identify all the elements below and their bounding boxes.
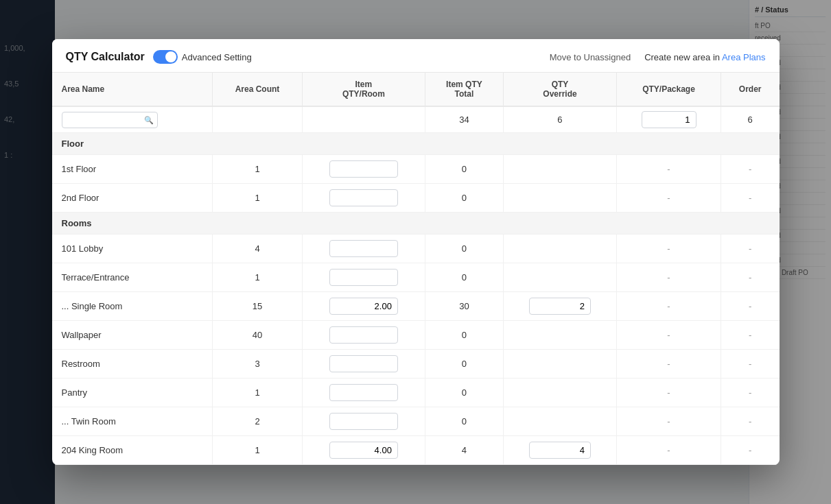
qty-override-101-lobby [503, 235, 617, 263]
qty-input-101-lobby[interactable] [329, 240, 398, 257]
qty-package-204-king-room: - [617, 436, 721, 465]
area-name-2nd-floor: 2nd Floor [52, 184, 213, 213]
col-header-order: Order [721, 73, 779, 106]
area-count-wallpaper: 40 [213, 321, 302, 350]
area-count-1st-floor: 1 [213, 155, 302, 184]
summary-item-qty-room [302, 106, 425, 133]
summary-item-qty-total: 34 [425, 106, 504, 133]
qty-package-single-room: - [617, 292, 721, 321]
search-input-wrapper: 🔍 [62, 112, 158, 128]
area-count-2nd-floor: 1 [213, 184, 302, 213]
table-header-row: Area Name Area Count ItemQTY/Room Item Q… [52, 73, 780, 106]
area-name-terrace: Terrace/Entrance [52, 263, 213, 292]
area-plans-link[interactable]: Area Plans [722, 52, 766, 62]
table-row: 1st Floor 1 0 - - [52, 155, 780, 184]
table-row: 101 Lobby 4 0 - - [52, 235, 780, 263]
item-qty-total-wallpaper: 0 [425, 321, 504, 350]
area-count-204-king-room: 1 [213, 436, 302, 465]
summary-package-input[interactable] [642, 111, 697, 128]
qty-input-2nd-floor[interactable] [329, 189, 398, 206]
item-qty-total-2nd-floor: 0 [425, 184, 504, 213]
order-restroom: - [721, 350, 779, 379]
qty-package-terrace: - [617, 263, 721, 292]
item-qty-total-terrace: 0 [425, 263, 504, 292]
override-input-204-king-room[interactable] [529, 442, 591, 459]
item-qty-room-twin-room [302, 407, 425, 436]
item-qty-total-101-lobby: 0 [425, 235, 504, 263]
col-header-item-qty-total: Item QTYTotal [425, 73, 504, 106]
order-204-king-room: - [721, 436, 779, 465]
summary-qty-package [617, 106, 721, 133]
area-count-terrace: 1 [213, 263, 302, 292]
order-single-room: - [721, 292, 779, 321]
table-row: ... Twin Room 2 0 - - [52, 407, 780, 436]
col-header-item-qty-room: ItemQTY/Room [302, 73, 425, 106]
table-row: Restroom 3 0 - - [52, 350, 780, 379]
qty-package-101-lobby: - [617, 235, 721, 263]
section-header-floor: Floor [52, 133, 780, 155]
qty-input-wallpaper[interactable] [329, 326, 398, 344]
item-qty-room-204-king-room [302, 436, 425, 465]
advanced-setting-toggle-container: Advanced Setting [153, 50, 252, 64]
item-qty-total-single-room: 30 [425, 292, 504, 321]
area-name-twin-room: ... Twin Room [52, 407, 213, 436]
item-qty-room-1st-floor [302, 155, 425, 184]
qty-input-terrace[interactable] [329, 269, 398, 286]
area-count-twin-room: 2 [213, 407, 302, 436]
area-name-204-king-room: 204 King Room [52, 436, 213, 465]
order-pantry: - [721, 379, 779, 407]
qty-override-2nd-floor [503, 184, 617, 213]
table-row: 204 King Room 1 4 - - [52, 436, 780, 465]
table-row: Pantry 1 0 - - [52, 379, 780, 407]
qty-override-restroom [503, 350, 617, 379]
area-name-pantry: Pantry [52, 379, 213, 407]
qty-override-single-room [503, 292, 617, 321]
qty-input-204-king-room[interactable] [329, 442, 398, 459]
item-qty-total-pantry: 0 [425, 379, 504, 407]
table-container: Area Name Area Count ItemQTY/Room Item Q… [52, 73, 780, 465]
qty-override-terrace [503, 263, 617, 292]
search-row: 🔍 34 6 6 [52, 106, 780, 133]
area-count-restroom: 3 [213, 350, 302, 379]
qty-package-restroom: - [617, 350, 721, 379]
summary-order: 6 [721, 106, 779, 133]
search-input[interactable] [62, 112, 158, 128]
search-cell: 🔍 [52, 106, 213, 133]
col-header-area-count: Area Count [213, 73, 302, 106]
advanced-setting-toggle[interactable] [153, 50, 178, 64]
modal-overlay: QTY Calculator Advanced Setting Move to … [0, 0, 831, 504]
create-area-text: Create new area in Area Plans [644, 52, 765, 62]
qty-input-single-room[interactable] [329, 298, 398, 315]
section-header-rooms: Rooms [52, 213, 780, 235]
order-2nd-floor: - [721, 184, 779, 213]
qty-input-pantry[interactable] [329, 384, 398, 401]
qty-input-1st-floor[interactable] [329, 160, 398, 178]
qty-input-restroom[interactable] [329, 355, 398, 372]
qty-override-pantry [503, 379, 617, 407]
section-label-floor: Floor [52, 133, 780, 155]
item-qty-room-terrace [302, 263, 425, 292]
item-qty-total-204-king-room: 4 [425, 436, 504, 465]
qty-package-wallpaper: - [617, 321, 721, 350]
qty-package-1st-floor: - [617, 155, 721, 184]
col-header-qty-override: QTYOverride [503, 73, 617, 106]
area-count-101-lobby: 4 [213, 235, 302, 263]
section-label-rooms: Rooms [52, 213, 780, 235]
area-count-pantry: 1 [213, 379, 302, 407]
qty-override-204-king-room [503, 436, 617, 465]
modal-title: QTY Calculator [66, 51, 145, 63]
qty-calculator-modal: QTY Calculator Advanced Setting Move to … [52, 39, 780, 465]
table-row: Terrace/Entrance 1 0 - - [52, 263, 780, 292]
order-twin-room: - [721, 407, 779, 436]
item-qty-room-wallpaper [302, 321, 425, 350]
table-row: ... Single Room 15 30 - - [52, 292, 780, 321]
summary-area-count [213, 106, 302, 133]
advanced-setting-label: Advanced Setting [182, 52, 252, 62]
override-input-single-room[interactable] [529, 298, 591, 315]
move-to-unassigned-link[interactable]: Move to Unassigned [550, 52, 631, 62]
col-header-area-name: Area Name [52, 73, 213, 106]
modal-header: QTY Calculator Advanced Setting Move to … [52, 39, 780, 73]
qty-input-twin-room[interactable] [329, 413, 398, 430]
summary-qty-override: 6 [503, 106, 617, 133]
item-qty-room-single-room [302, 292, 425, 321]
